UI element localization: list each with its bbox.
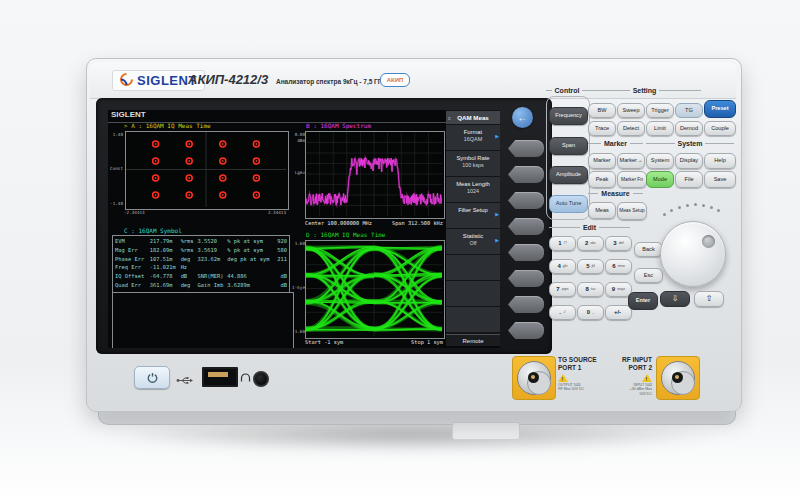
frequency-button[interactable]: Frequency bbox=[549, 107, 588, 125]
const-y-top: 1.40 bbox=[110, 132, 123, 137]
softkey-5[interactable] bbox=[508, 244, 544, 261]
edit-group-label: Edit bbox=[549, 224, 630, 231]
spectrum-title: B : 16QAM Spectrum bbox=[306, 122, 371, 129]
marker-fn-button[interactable]: Marker Fn bbox=[617, 171, 647, 188]
bw-button[interactable]: BW bbox=[588, 103, 616, 118]
softkey-2[interactable] bbox=[508, 166, 544, 183]
amplitude-button[interactable]: Amplitude bbox=[549, 166, 588, 184]
constellation-dots bbox=[126, 132, 286, 207]
eye-y-label: I-Eye bbox=[292, 285, 305, 290]
knob-dot bbox=[717, 209, 720, 212]
system-button[interactable]: System bbox=[646, 153, 674, 169]
demod-button[interactable]: Demod bbox=[675, 121, 703, 136]
sweep-button[interactable]: Sweep bbox=[617, 103, 645, 118]
limit-button[interactable]: Limit bbox=[646, 121, 674, 136]
knob-dimple bbox=[702, 235, 715, 248]
keypad-key[interactable]: +/- bbox=[605, 305, 632, 320]
constellation-dot bbox=[253, 141, 259, 147]
tg-button[interactable]: TG bbox=[675, 103, 703, 118]
power-button[interactable] bbox=[134, 366, 170, 389]
softkey-4[interactable] bbox=[508, 218, 544, 235]
marker-to-button[interactable]: Marker→ bbox=[617, 153, 645, 169]
peak-button[interactable]: Peak bbox=[588, 171, 616, 188]
keypad-key[interactable]: 6 mno bbox=[605, 259, 632, 274]
setting-group-label: Setting bbox=[588, 87, 701, 94]
save-button[interactable]: Save bbox=[704, 171, 736, 188]
measurement-table: EVM 217.79m %rms 3.5520 % pk at sym 920 … bbox=[112, 235, 290, 293]
keypad-key[interactable]: 4 ghi bbox=[549, 259, 576, 274]
menu-icon: ≡ bbox=[448, 115, 451, 121]
tg-warning-icon: ! bbox=[558, 374, 568, 382]
constellation-dot bbox=[153, 158, 159, 164]
back-key[interactable]: Back bbox=[634, 242, 663, 257]
constellation-dot bbox=[186, 192, 192, 198]
softkey-7[interactable] bbox=[508, 296, 544, 313]
tg-line2: PORT 1 bbox=[558, 364, 597, 372]
trigger-button[interactable]: Trigger bbox=[646, 103, 674, 118]
keypad-key[interactable]: . ,# bbox=[549, 305, 576, 320]
spectrum-span: Span 312.500 kHz bbox=[392, 220, 443, 226]
keypad-key[interactable]: 3 def bbox=[605, 236, 632, 251]
spectrum-plot bbox=[305, 131, 445, 219]
rotary-knob[interactable] bbox=[660, 221, 726, 287]
knob-dot bbox=[670, 209, 673, 212]
constellation-dot bbox=[220, 158, 226, 164]
esc-key[interactable]: Esc bbox=[634, 268, 663, 283]
table-row: EVM 217.79m %rms 3.5520 % pk at sym 920 bbox=[113, 237, 289, 246]
marker-button[interactable]: Marker bbox=[588, 153, 616, 169]
spectrum-panel: B : 16QAM Spectrum 0.00 dBm LgAv Center … bbox=[292, 122, 444, 231]
meas-button[interactable]: Meas bbox=[588, 202, 616, 219]
usb-icon bbox=[176, 371, 194, 389]
mode-button[interactable]: Mode bbox=[646, 171, 674, 188]
keypad-key[interactable]: 5 jkl bbox=[577, 259, 604, 274]
softkey-1[interactable] bbox=[508, 140, 544, 157]
rf-line2: PORT 2 bbox=[600, 364, 652, 372]
constellation-dot bbox=[186, 158, 192, 164]
control-group-label: Control bbox=[546, 87, 588, 94]
constellation-dot bbox=[253, 192, 259, 198]
table-row: Phase Err 107.51m deg 323.62m deg pk at … bbox=[113, 255, 289, 264]
keypad-key[interactable]: 7 pqrs bbox=[549, 282, 576, 297]
up-arrow-button[interactable]: ⇧ bbox=[694, 291, 724, 307]
rf-input-labels: RF INPUT PORT 2 ! INPUT 50Ω +30 dBm Max … bbox=[600, 356, 652, 396]
eye-stop-label: Stop 1 sym bbox=[411, 339, 443, 345]
display-button[interactable]: Display bbox=[675, 153, 703, 169]
help-button[interactable]: Help bbox=[704, 153, 736, 169]
back-button[interactable]: ← bbox=[512, 107, 533, 128]
symbol-table-panel: C : 16QAM Symbol EVM 217.79m %rms 3.5520… bbox=[110, 227, 290, 292]
preset-button[interactable]: Preset bbox=[704, 100, 736, 118]
const-y-bottom: -1.40 bbox=[110, 201, 123, 206]
softkey-6[interactable] bbox=[508, 270, 544, 287]
usb-port bbox=[202, 367, 238, 387]
eye-y-bottom: -1.60 bbox=[292, 329, 305, 334]
rf-warning-icon: ! bbox=[642, 374, 652, 382]
soft-menu-item: Format 16QAM ▶ bbox=[446, 125, 500, 150]
keypad-key[interactable]: 8 tuv bbox=[577, 282, 604, 297]
rf-line1: RF INPUT bbox=[600, 356, 652, 364]
enter-key[interactable]: Enter bbox=[628, 292, 658, 310]
knob-dot bbox=[663, 213, 666, 216]
knob-dot bbox=[678, 206, 681, 209]
meas-setup-button[interactable]: Meas Setup bbox=[617, 202, 647, 220]
knob-dot bbox=[694, 203, 697, 206]
span-button[interactable]: Span bbox=[549, 137, 588, 155]
constellation-dot bbox=[153, 175, 159, 181]
trace-button[interactable]: Trace bbox=[588, 121, 616, 136]
const-y-label: Const bbox=[110, 166, 123, 171]
keypad-key[interactable]: 0 _ bbox=[577, 305, 604, 320]
keypad-key[interactable]: 1 /? bbox=[549, 236, 576, 251]
knob-dot bbox=[710, 206, 713, 209]
detect-button[interactable]: Detect bbox=[617, 121, 645, 136]
file-button[interactable]: File bbox=[675, 171, 703, 188]
table-row: Mag Err 182.09m %rms 3.5619 % pk at sym … bbox=[113, 246, 289, 255]
softkey-8[interactable] bbox=[508, 322, 544, 339]
eye-title: D : 16QAM IQ Meas Time bbox=[306, 231, 385, 238]
auto-tune-button[interactable]: Auto Tune bbox=[549, 195, 588, 213]
keypad-key[interactable]: 2 abc bbox=[577, 236, 604, 251]
couple-button[interactable]: Couple bbox=[704, 121, 736, 136]
soft-menu-item: Symbol Rate 100 ksps bbox=[446, 151, 500, 176]
softkey-3[interactable] bbox=[508, 192, 544, 209]
tg-line1: TG SOURCE bbox=[558, 356, 597, 364]
constellation-dot bbox=[186, 175, 192, 181]
down-arrow-button[interactable]: ⇩ bbox=[660, 291, 690, 307]
